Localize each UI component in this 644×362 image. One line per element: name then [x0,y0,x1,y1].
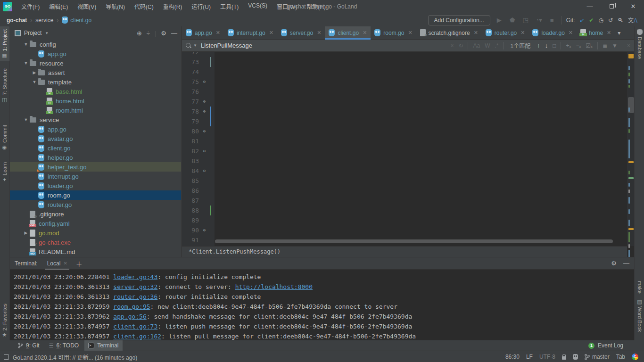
fold-marker-icon[interactable]: ⊖ [201,146,208,156]
match-option-[interactable]: .* [495,42,498,49]
chevron-expanded-icon[interactable]: ▼ [22,117,30,122]
terminal-link[interactable]: client.go:73 [113,323,157,330]
editor-tab-server-go[interactable]: server.go✕ [277,26,325,39]
remove-occurrence-icon[interactable]: −ₓ [576,42,581,49]
editor-tab-scratch-gitignore[interactable]: ⊘scratch.gitignore✕ [416,26,482,39]
chevron-expanded-icon[interactable]: ▼ [31,80,38,84]
error-stripe[interactable] [627,52,634,246]
terminal-link[interactable]: room.go:95 [113,303,150,310]
history-icon[interactable]: ◷ [598,17,603,24]
fold-marker-icon[interactable]: ⊖ [201,77,208,87]
profile-icon[interactable]: ◳ [521,16,530,24]
toolwindow-toggle-icon[interactable] [4,354,9,360]
stripe-button-7-structure[interactable]: 7: Structure◫ [0,66,9,105]
menu-n[interactable]: 导航(N) [101,0,129,12]
close-button[interactable]: ✕ [622,0,644,13]
search-everywhere-icon[interactable]: 🔍︎ [618,17,623,24]
tree-item-app-go[interactable]: app.go [10,124,181,134]
indent-selector[interactable]: Tab [616,354,625,360]
previous-occurrence-icon[interactable]: ↑ [537,42,540,49]
match-option-w[interactable]: W [485,42,490,49]
menu-v[interactable]: 视图(V) [73,0,100,12]
tree-item-resource[interactable]: ▼resource [10,58,181,68]
terminal-link[interactable]: client.go:162 [113,333,161,340]
menu-c[interactable]: 代码(C) [130,0,158,12]
tree-item-room-html[interactable]: Hroom.html [10,106,181,115]
stripe-button-commit[interactable]: Commit◉ [0,122,9,153]
gopher-icon[interactable] [573,354,578,360]
tree-item-readme-md[interactable]: MDREADME.md [10,247,181,256]
tree-item-router-go[interactable]: router.go [10,200,181,209]
tree-item-go-mod[interactable]: ▶go.mod [10,228,181,238]
restore-button[interactable] [601,0,622,13]
tree-item-go-chat-exe[interactable]: ?go-chat.exe [10,238,181,247]
tree-item-loader-go[interactable]: loader.go [10,181,181,190]
collapse-all-icon[interactable]: ÷ [147,30,150,37]
close-icon[interactable]: ✕ [216,30,220,36]
menu-h[interactable]: 帮助(H) [302,0,330,12]
tree-item-app-go[interactable]: app.go [10,49,181,58]
terminal-output[interactable]: 2021/01/03 23:20:06.228401 loader.go:43:… [10,270,634,341]
tree-item-base-html[interactable]: Hbase.html [10,87,181,96]
hidden-tabs-chevron-icon[interactable]: ▾ [615,26,623,39]
next-occurrence-icon[interactable]: ↓ [545,42,548,49]
search-newline-icon[interactable]: ↻ [458,42,463,49]
readonly-lock-icon[interactable] [562,356,566,360]
stripe-button-make[interactable]: make [635,278,644,296]
google-translate-icon[interactable]: G [632,354,638,360]
stop-icon[interactable]: ■ [548,16,556,24]
tree-item-helper-go[interactable]: helper.go [10,153,181,162]
debug-icon[interactable]: ⬟ [508,16,517,24]
editor-tab-app-go[interactable]: app.go✕ [182,26,224,39]
close-icon[interactable]: ✕ [63,261,67,266]
tree-item-service[interactable]: ▼service [10,115,181,124]
menu-f[interactable]: 文件(F) [17,0,44,12]
toolwindow-button-terminal[interactable]: >Terminal [84,340,122,351]
code-viewport[interactable]: 72737475⊖7677⊖78⊖7980⊖8182⊖8384⊖85868788… [182,52,627,246]
run-icon[interactable]: ▶ [495,16,504,24]
toggle-occurrence-icon[interactable]: ☑ₓ [586,42,593,49]
toolwindow-button-9-git[interactable]: 9: Git [14,340,43,351]
editor-tab-home[interactable]: Hhome✕ [577,26,615,39]
fold-marker-icon[interactable]: ⊖ [201,107,208,116]
tree-item-avatar-go[interactable]: avatar.go [10,134,181,143]
terminal-tab-local[interactable]: Local ✕ [45,260,69,270]
add-occurrence-icon[interactable]: +ₓ [566,42,571,49]
minimize-button[interactable]: — [579,0,601,13]
encoding-selector[interactable]: UTF-8 [539,354,555,360]
select-all-occurrences-icon[interactable]: □ [553,42,556,49]
match-option-aa[interactable]: Aa [473,42,480,49]
fold-marker-icon[interactable]: ⊖ [201,126,208,136]
terminal-link[interactable]: loader.go:43 [113,273,157,280]
terminal-hide-icon[interactable]: — [623,260,629,267]
close-find-bar-icon[interactable]: × [627,42,630,49]
terminal-link[interactable]: router.go:36 [113,293,157,300]
tree-item-interrupt-go[interactable]: interrupt.go [10,172,181,181]
stripe-button-1-project[interactable]: 1: Project▦ [0,26,9,61]
terminal-link[interactable]: http://localhost:8000 [235,283,313,290]
breadcrumb-go-chat[interactable]: go-chat [7,17,27,24]
tree-item-assert[interactable]: ▶assert [10,68,181,77]
close-icon[interactable]: ✕ [607,30,611,36]
project-view-selector[interactable]: Project ▼ [15,30,49,36]
close-icon[interactable]: ✕ [317,30,321,36]
coverage-icon[interactable]: ◔▾ [535,16,543,24]
search-history-chevron-icon[interactable]: ▼ [193,43,197,48]
caret-position[interactable]: 86:30 [505,354,520,360]
fold-marker-icon[interactable]: ⊖ [201,225,208,235]
chevron-expanded-icon[interactable]: ▼ [22,61,30,66]
editor-tab-interrupt-go[interactable]: interrupt.go✕ [224,26,277,39]
chevron-collapsed-icon[interactable]: ▶ [22,230,30,235]
event-log-button[interactable]: 1 Event Log [588,342,623,349]
terminal-link[interactable]: app.go:56 [113,313,146,320]
tree-item-client-go[interactable]: client.go [10,143,181,153]
close-icon[interactable]: ✕ [474,30,478,36]
fold-marker-icon[interactable]: ⊖ [201,166,208,176]
git-branch-widget[interactable]: master [585,354,610,360]
terminal-link[interactable]: server.go:32 [113,283,157,290]
hide-panel-icon[interactable]: — [171,30,177,37]
filter-icon[interactable]: ▼ [612,42,618,49]
translate-icon[interactable]: 文A [628,16,637,24]
add-configuration-button[interactable]: Add Configuration... [428,15,490,25]
menu-vcs-s[interactable]: VCS(S) [244,0,272,12]
